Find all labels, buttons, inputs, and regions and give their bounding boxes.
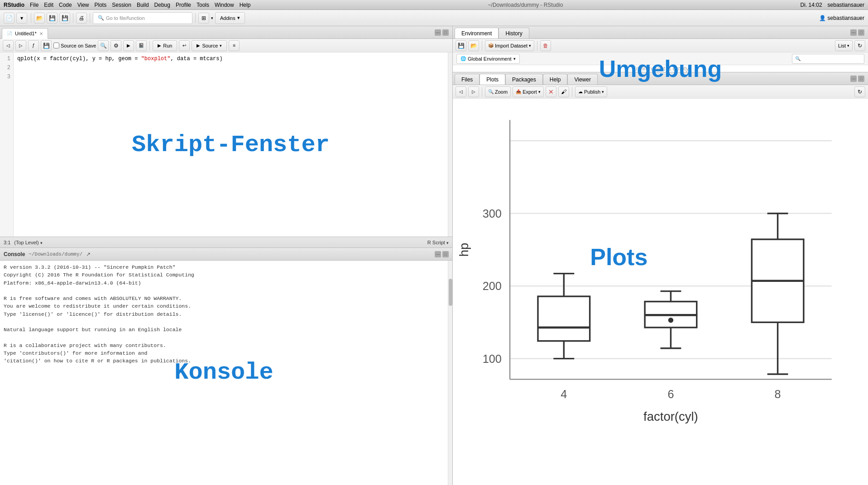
editor-save-button[interactable]: 💾 xyxy=(41,40,52,51)
menu-build[interactable]: Build xyxy=(137,2,149,8)
import-dropdown-arrow[interactable]: ▾ xyxy=(529,43,531,48)
global-env-button[interactable]: 🌐 Global Environment ▾ xyxy=(456,54,520,64)
plots-minimize-button[interactable]: — xyxy=(850,76,857,82)
menu-window[interactable]: Window xyxy=(215,2,234,8)
console-line-2: Copyright (C) 2016 The R Foundation for … xyxy=(4,271,444,279)
tab-files[interactable]: Files xyxy=(455,74,480,85)
notebook-button[interactable]: 📓 xyxy=(136,40,147,51)
console-line-12: Type 'contributors()' for more informati… xyxy=(4,349,444,357)
save-all-button[interactable]: 💾 xyxy=(59,13,70,24)
env-save-button[interactable]: 💾 xyxy=(456,40,466,51)
source-button[interactable]: ▶ Source ▾ xyxy=(192,40,227,51)
menu-view[interactable]: View xyxy=(77,2,89,8)
env-clear-button[interactable]: 🗑 xyxy=(540,40,551,51)
env-minimize-button[interactable]: — xyxy=(850,29,857,36)
tab-packages[interactable]: Packages xyxy=(505,74,543,85)
console-line-8 xyxy=(4,318,444,326)
console-minimize-button[interactable]: — xyxy=(435,251,441,257)
code-tools-button[interactable]: ⚙ xyxy=(110,40,121,51)
compile-button[interactable]: ▶ xyxy=(123,40,134,51)
env-refresh-button[interactable]: ↻ xyxy=(854,40,865,51)
list-view-button[interactable]: List ▾ xyxy=(835,40,853,51)
menu-tools[interactable]: Tools xyxy=(197,2,209,8)
grid-arrow[interactable]: ▾ xyxy=(211,16,213,20)
console-line-11: R is a collaborative project with many c… xyxy=(4,342,444,349)
menu-profile[interactable]: Profile xyxy=(176,2,191,8)
tab-help[interactable]: Help xyxy=(543,74,568,85)
plots-maximize-button[interactable]: □ xyxy=(858,76,864,82)
editor-scrollbar[interactable] xyxy=(448,52,452,237)
menu-debug[interactable]: Debug xyxy=(154,2,170,8)
menu-edit[interactable]: Edit xyxy=(44,2,53,8)
username: sebastiansauer xyxy=(828,2,864,8)
source-dropdown-arrow[interactable]: ▾ xyxy=(220,43,222,48)
tab-close-icon[interactable]: ✕ xyxy=(39,31,43,36)
env-open-button[interactable]: 📂 xyxy=(468,40,479,51)
editor-back-button[interactable]: ◁ xyxy=(3,40,14,51)
env-toolbar: 💾 📂 📦 Import Dataset ▾ 🗑 List ▾ ↻ xyxy=(453,39,868,52)
plots-delete-button[interactable]: ✕ xyxy=(546,86,556,97)
sep5 xyxy=(149,41,150,51)
env-maximize-button[interactable]: □ xyxy=(858,29,864,36)
plots-forward-button[interactable]: ▷ xyxy=(468,86,479,97)
window-title: ~/Downloads/dummy - RStudio xyxy=(488,2,563,8)
save-button[interactable]: 💾 xyxy=(47,13,58,24)
re-run-button[interactable]: ↩ xyxy=(179,40,190,51)
plots-brush-button[interactable]: 🖌 xyxy=(558,86,569,97)
env-panel: Environment History — □ 💾 📂 📦 Import Dat… xyxy=(453,26,868,72)
sep1 xyxy=(31,13,31,23)
env-search-box[interactable]: 🔍 xyxy=(792,54,864,64)
menu-help[interactable]: Help xyxy=(240,2,251,8)
list-toggle-button[interactable]: ≡ xyxy=(229,40,240,51)
grid-view-button[interactable]: ⊞ xyxy=(198,13,209,24)
editor-forward-button[interactable]: ▷ xyxy=(15,40,26,51)
editor-minimize-button[interactable]: — xyxy=(435,29,441,36)
svg-rect-0 xyxy=(453,99,868,485)
publish-button[interactable]: ☁ Publish ▾ xyxy=(575,86,607,97)
export-button[interactable]: 📤 Export ▾ xyxy=(513,86,544,97)
zoom-button[interactable]: 🔍 Zoom xyxy=(485,86,511,97)
svg-rect-17 xyxy=(538,296,590,341)
new-project-button[interactable]: ▾ xyxy=(16,13,27,24)
console-scroll-thumb[interactable] xyxy=(449,279,452,306)
left-pane: 📄 Untitled1* ✕ — □ ◁ ▷ ƒ 💾 Source on Sav… xyxy=(0,26,453,485)
console-path-icon[interactable]: ↗ xyxy=(86,251,91,257)
tab-plots[interactable]: Plots xyxy=(480,74,505,85)
source-on-save-checkbox[interactable] xyxy=(53,43,59,48)
console-line-6: You are welcome to redistribute it under… xyxy=(4,302,444,310)
editor-content[interactable]: 1 2 3 qplot(x = factor(cyl), y = hp, geo… xyxy=(0,52,452,237)
editor-fns-button[interactable]: ƒ xyxy=(28,40,39,51)
menu-session[interactable]: Session xyxy=(112,2,131,8)
console-scrollbar[interactable] xyxy=(448,261,452,485)
code-line-2: qplot(x = factor(cyl), y = hp, geom = "b… xyxy=(17,54,444,63)
plots-sep1 xyxy=(482,87,482,97)
tab-history[interactable]: History xyxy=(499,28,529,38)
new-file-button[interactable]: 📄 xyxy=(4,13,14,24)
editor-maximize-button[interactable]: □ xyxy=(442,29,449,36)
plots-toolbar: ◁ ▷ 🔍 Zoom 📤 Export ▾ ✕ 🖌 ☁ Publish xyxy=(453,85,868,99)
app-name[interactable]: RStudio xyxy=(4,2,24,8)
right-pane: Environment History — □ 💾 📂 📦 Import Dat… xyxy=(453,26,868,485)
find-button[interactable]: 🔍 xyxy=(98,40,109,51)
code-area[interactable]: qplot(x = factor(cyl), y = hp, geom = "b… xyxy=(14,52,448,237)
tab-environment[interactable]: Environment xyxy=(455,28,499,38)
plots-refresh-button[interactable]: ↻ xyxy=(854,86,865,97)
console-tab-label[interactable]: Console xyxy=(4,251,25,257)
menu-plots[interactable]: Plots xyxy=(95,2,107,8)
import-dataset-button[interactable]: 📦 Import Dataset ▾ xyxy=(485,40,534,51)
go-to-file-input[interactable]: 🔍 Go to file/function xyxy=(93,12,192,24)
menu-file[interactable]: File xyxy=(30,2,38,8)
editor-tab-untitled1[interactable]: 📄 Untitled1* ✕ xyxy=(2,28,48,39)
run-button[interactable]: ▶ Run xyxy=(153,40,177,51)
addins-button[interactable]: Addins ▾ xyxy=(215,12,245,24)
open-file-button[interactable]: 📂 xyxy=(34,13,45,24)
console-maximize-button[interactable]: □ xyxy=(442,251,449,257)
menu-code[interactable]: Code xyxy=(59,2,72,8)
print-button[interactable]: 🖨 xyxy=(76,13,87,24)
tab-viewer[interactable]: Viewer xyxy=(567,74,597,85)
script-mode[interactable]: R Script ▾ xyxy=(427,240,449,245)
source-on-save-label[interactable]: Source on Save xyxy=(53,43,96,48)
console-content[interactable]: R version 3.3.2 (2016-10-31) -- "Sincere… xyxy=(0,261,448,485)
plots-back-button[interactable]: ◁ xyxy=(456,86,466,97)
context-label[interactable]: (Top Level) ▾ xyxy=(14,240,42,245)
